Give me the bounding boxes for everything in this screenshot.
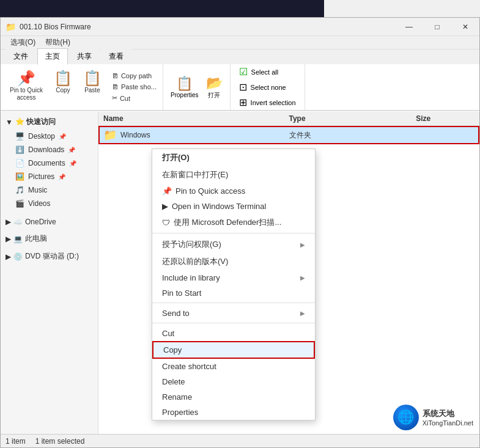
dvd-header[interactable]: ▶ 💿 DVD 驱动器 (D:)	[1, 249, 98, 264]
music-label: Music	[28, 186, 47, 194]
name-header[interactable]: Name	[98, 112, 284, 125]
submenu-arrow2: ▶	[300, 274, 305, 281]
minimize-button[interactable]: —	[395, 18, 423, 36]
thispc-icon: 💻	[13, 235, 23, 243]
ctx-item-cut[interactable]: Cut	[152, 326, 315, 341]
paste-icon: 📋	[83, 70, 102, 87]
ctx-item-rename[interactable]: Rename	[152, 389, 315, 405]
watermark-line2: XiTongTianDi.net	[423, 419, 473, 427]
copy-label-ribbon: Copy	[56, 87, 70, 94]
music-icon: 🎵	[15, 186, 24, 194]
sidebar-item-music[interactable]: 🎵 Music	[1, 183, 98, 197]
size-header[interactable]: Size	[411, 112, 479, 125]
table-row[interactable]: 📁 Windows 文件夹	[98, 126, 479, 144]
menu-item-options[interactable]: 选项(O)	[6, 36, 40, 49]
ctx-item-delete[interactable]: Delete	[152, 374, 315, 389]
invert-selection-label: Invert selection	[251, 99, 296, 106]
window-icon: 📁	[6, 22, 16, 32]
select-all-button[interactable]: ☑ Select all	[235, 65, 300, 79]
ctx-item-open-terminal[interactable]: ▶ Open in Windows Terminal	[152, 199, 315, 214]
thispc-section: ▶ 💻 此电脑	[1, 231, 98, 246]
pin-ctx-icon: 📌	[162, 186, 172, 196]
paste-button[interactable]: 📋 Paste	[79, 67, 106, 108]
maximize-button[interactable]: □	[423, 18, 451, 36]
onedrive-section: ▶ ☁️ OneDrive	[1, 215, 98, 229]
pin-to-quick-access-button[interactable]: 📌 Pin to Quickaccess	[6, 67, 47, 108]
chevron-right-icon2: ▶	[6, 235, 11, 243]
terminal-label: Open in Windows Terminal	[172, 202, 266, 211]
tab-view[interactable]: 查看	[101, 48, 131, 64]
invert-selection-icon: ⊞	[239, 97, 247, 108]
dvd-label: DVD 驱动器 (D:)	[25, 251, 79, 262]
defender-icon: 🛡	[162, 218, 170, 227]
copy-button-ribbon[interactable]: 📋 Copy	[50, 67, 76, 108]
status-bar: 1 item 1 item selected	[1, 434, 479, 447]
close-button[interactable]: ✕	[451, 18, 479, 36]
context-menu: 打开(O) 在新窗口中打开(E) 📌 Pin to Quick access ▶…	[152, 149, 316, 420]
menu-item-help[interactable]: 帮助(H)	[40, 36, 75, 49]
sidebar-item-pictures[interactable]: 🖼️ Pictures 📌	[1, 170, 98, 183]
pin-indicator: 📌	[59, 133, 66, 140]
ctx-item-copy[interactable]: Copy	[152, 341, 315, 359]
chevron-down-icon: ▼	[6, 118, 13, 127]
submenu-arrow: ▶	[300, 241, 305, 248]
ribbon-group-open: 📋 Properties 📂 打开	[163, 64, 231, 110]
type-header[interactable]: Type	[284, 112, 412, 125]
paste-shortcut-button[interactable]: 🖹 Paste sho...	[108, 82, 160, 92]
invert-selection-button[interactable]: ⊞ Invert selection	[235, 95, 300, 109]
file-name-cell: 📁 Windows	[103, 128, 289, 142]
ctx-item-restore-previous[interactable]: 还原以前的版本(V)	[152, 253, 315, 270]
ctx-item-create-shortcut[interactable]: Create shortcut	[152, 359, 315, 374]
downloads-icon: ⬇️	[15, 145, 24, 154]
selected-count: 1 item selected	[35, 437, 85, 446]
sidebar-item-desktop[interactable]: 🖥️ Desktop 📌	[1, 130, 98, 143]
tab-home[interactable]: 主页	[37, 48, 68, 65]
tab-file[interactable]: 文件	[6, 48, 36, 64]
open-label: 打开	[208, 91, 220, 100]
ctx-item-pin-start[interactable]: Pin to Start	[152, 285, 315, 303]
ctx-item-defender[interactable]: 🛡 使用 Microsoft Defender扫描...	[152, 214, 315, 233]
onedrive-header[interactable]: ▶ ☁️ OneDrive	[1, 215, 98, 229]
ctx-item-open-new-window[interactable]: 在新窗口中打开(E)	[152, 166, 315, 183]
open-button[interactable]: 📂 打开	[204, 73, 225, 102]
ctx-item-include-library[interactable]: Include in library ▶	[152, 270, 315, 285]
sidebar-item-videos[interactable]: 🎬 Videos	[1, 197, 98, 210]
ribbon-content: 📌 Pin to Quickaccess 📋 Copy 📋 Paste 🖹 Co…	[1, 64, 479, 111]
select-none-icon: ⊡	[239, 81, 247, 93]
quick-access-header[interactable]: ▼ ⭐ 快速访问	[1, 114, 98, 130]
ctx-item-open[interactable]: 打开(O)	[152, 149, 315, 166]
documents-label: Documents	[28, 159, 65, 167]
submenu-arrow3: ▶	[300, 310, 305, 317]
copy-path-label: Copy path	[121, 72, 152, 79]
copy-path-button[interactable]: 🖹 Copy path	[108, 71, 160, 81]
ribbon-group-select: ☑ Select all ⊡ Select none ⊞ Invert sele…	[231, 64, 305, 110]
file-type-cell: 文件夹	[289, 130, 413, 141]
tab-share[interactable]: 共享	[69, 48, 100, 64]
chevron-right-icon: ▶	[6, 218, 11, 226]
ctx-item-pin-quick-access[interactable]: 📌 Pin to Quick access	[152, 183, 315, 199]
watermark-globe-icon: 🌐	[393, 405, 419, 430]
pin-icon: 📌	[17, 70, 35, 87]
cut-button[interactable]: ✂ Cut	[108, 93, 160, 103]
downloads-label: Downloads	[28, 145, 64, 154]
chevron-right-icon3: ▶	[6, 252, 11, 261]
sidebar-item-documents[interactable]: 📄 Documents 📌	[1, 156, 98, 170]
quick-access-section: ▼ ⭐ 快速访问 🖥️ Desktop 📌 ⬇️ Downloads 📌 📄 D…	[1, 114, 98, 210]
copy-path-icon: 🖹	[112, 72, 119, 79]
thispc-header[interactable]: ▶ 💻 此电脑	[1, 231, 98, 246]
videos-icon: 🎬	[15, 199, 24, 208]
ctx-item-grant-access[interactable]: 授予访问权限(G) ▶	[152, 236, 315, 253]
pictures-label: Pictures	[28, 172, 54, 181]
cut-icon: ✂	[112, 94, 117, 102]
ctx-item-send-to[interactable]: Send to ▶	[152, 306, 315, 323]
ctx-item-properties[interactable]: Properties	[152, 405, 315, 420]
paste-shortcut-label: Paste sho...	[121, 83, 157, 90]
ribbon-tabs: 文件 主页 共享 查看	[1, 50, 479, 64]
dvd-section: ▶ 💿 DVD 驱动器 (D:)	[1, 249, 98, 264]
select-none-button[interactable]: ⊡ Select none	[235, 80, 300, 94]
select-all-icon: ☑	[239, 66, 248, 78]
select-all-label: Select all	[251, 68, 279, 76]
sidebar-item-downloads[interactable]: ⬇️ Downloads 📌	[1, 143, 98, 156]
properties-button[interactable]: 📋 Properties	[168, 73, 201, 101]
pin-ctx-label: Pin to Quick access	[175, 186, 245, 196]
